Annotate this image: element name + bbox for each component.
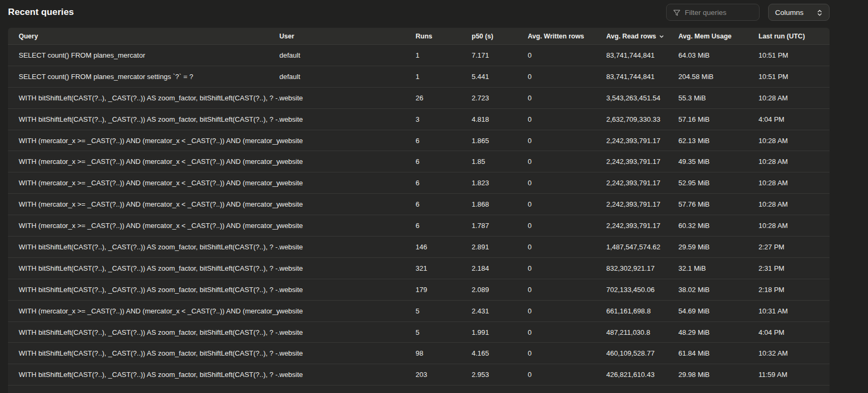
- cell-runs: 98: [416, 349, 472, 357]
- query-row[interactable]: WITH bitShiftLeft(CAST(?..), _CAST(?..))…: [8, 109, 830, 130]
- cell-read: 702,133,450.06: [606, 286, 678, 294]
- cell-mem: 62.13 MiB: [678, 137, 758, 145]
- cell-runs: 5: [416, 328, 472, 336]
- cell-written: 0: [528, 115, 606, 123]
- cell-read: 2,242,393,791.17: [606, 179, 678, 187]
- query-row[interactable]: WITH bitShiftLeft(CAST(?..), _CAST(?..))…: [8, 279, 830, 301]
- cell-read: 426,821,610.43: [606, 371, 678, 379]
- query-row[interactable]: WITH (mercator_x >= _CAST(?..)) AND (mer…: [8, 172, 830, 194]
- cell-mem: 204.58 MiB: [678, 73, 758, 81]
- cell-mem: 57.76 MiB: [678, 200, 758, 208]
- column-header-runs[interactable]: Runs: [416, 33, 472, 40]
- cell-runs: 6: [416, 137, 472, 145]
- cell-last_run: 4:04 PM: [758, 115, 830, 123]
- cell-query: SELECT count() FROM planes_mercator sett…: [8, 73, 279, 81]
- query-row[interactable]: WITH bitShiftLeft(CAST(?..), _CAST(?..))…: [8, 258, 830, 279]
- cell-mem: 29.98 MiB: [678, 371, 758, 379]
- column-header-label: Avg. Read rows: [606, 33, 656, 40]
- query-row[interactable]: WITH bitShiftLeft(CAST(?..), _CAST(?..))…: [8, 364, 830, 386]
- column-header-mem[interactable]: Avg. Mem Usage: [678, 33, 758, 40]
- column-header-label: User: [279, 33, 294, 40]
- query-row[interactable]: WITH (mercator_x >= _CAST(?..)) AND (mer…: [8, 130, 830, 152]
- cell-last_run: 10:28 AM: [758, 137, 830, 145]
- columns-select[interactable]: Columns: [768, 4, 830, 21]
- table-row-partial: [8, 386, 830, 393]
- query-row[interactable]: WITH bitShiftLeft(CAST(?..), _CAST(?..))…: [8, 322, 830, 343]
- cell-mem: 55.3 MiB: [678, 94, 758, 102]
- cell-read: 2,632,709,330.33: [606, 115, 678, 123]
- column-header-last_run[interactable]: Last run (UTC): [758, 33, 830, 40]
- cell-p50: 2.891: [472, 243, 528, 251]
- query-row[interactable]: WITH (mercator_x >= _CAST(?..)) AND (mer…: [8, 151, 830, 172]
- cell-last_run: 10:28 AM: [758, 222, 830, 230]
- cell-mem: 52.95 MiB: [678, 179, 758, 187]
- cell-mem: 64.03 MiB: [678, 51, 758, 59]
- cell-p50: 1.868: [472, 200, 528, 208]
- cell-last_run: 10:32 AM: [758, 349, 830, 357]
- filter-queries-input[interactable]: Filter queries: [666, 4, 760, 21]
- table-header-row: QueryUserRunsp50 (s)Avg. Written rowsAvg…: [8, 28, 830, 45]
- query-row[interactable]: SELECT count() FROM planes_mercator sett…: [8, 66, 830, 88]
- cell-last_run: 2:27 PM: [758, 243, 830, 251]
- cell-user: website: [279, 158, 416, 166]
- cell-written: 0: [528, 94, 606, 102]
- cell-user: website: [279, 94, 416, 102]
- page-header: Recent queries Filter queries Columns: [0, 0, 868, 25]
- cell-query: WITH (mercator_x >= _CAST(?..)) AND (mer…: [8, 200, 279, 208]
- cell-user: website: [279, 328, 416, 336]
- cell-written: 0: [528, 307, 606, 315]
- cell-last_run: 10:28 AM: [758, 179, 830, 187]
- cell-runs: 6: [416, 158, 472, 166]
- cell-query: WITH bitShiftLeft(CAST(?..), _CAST(?..))…: [8, 264, 279, 272]
- cell-mem: 29.59 MiB: [678, 243, 758, 251]
- query-row[interactable]: WITH (mercator_x >= _CAST(?..)) AND (mer…: [8, 215, 830, 237]
- cell-query: WITH (mercator_x >= _CAST(?..)) AND (mer…: [8, 179, 279, 187]
- cell-p50: 1.787: [472, 222, 528, 230]
- cell-runs: 5: [416, 307, 472, 315]
- cell-query: WITH bitShiftLeft(CAST(?..), _CAST(?..))…: [8, 328, 279, 336]
- cell-written: 0: [528, 200, 606, 208]
- cell-query: WITH (mercator_x >= _CAST(?..)) AND (mer…: [8, 158, 279, 166]
- cell-mem: 61.84 MiB: [678, 349, 758, 357]
- cell-last_run: 2:18 PM: [758, 286, 830, 294]
- page-title: Recent queries: [8, 7, 74, 18]
- query-row[interactable]: WITH bitShiftLeft(CAST(?..), _CAST(?..))…: [8, 343, 830, 364]
- cell-p50: 5.441: [472, 73, 528, 81]
- cell-read: 2,242,393,791.17: [606, 200, 678, 208]
- cell-read: 2,242,393,791.17: [606, 158, 678, 166]
- column-header-label: Avg. Written rows: [528, 33, 584, 40]
- cell-runs: 321: [416, 264, 472, 272]
- cell-read: 832,302,921.17: [606, 264, 678, 272]
- cell-last_run: 10:28 AM: [758, 200, 830, 208]
- query-row[interactable]: WITH (mercator_x >= _CAST(?..)) AND (mer…: [8, 301, 830, 322]
- column-header-query[interactable]: Query: [8, 33, 279, 40]
- cell-mem: 32.1 MiB: [678, 264, 758, 272]
- cell-p50: 4.165: [472, 349, 528, 357]
- cell-query: WITH bitShiftLeft(CAST(?..), _CAST(?..))…: [8, 371, 279, 379]
- column-header-read[interactable]: Avg. Read rows: [606, 33, 678, 40]
- column-header-user[interactable]: User: [279, 33, 416, 40]
- cell-user: website: [279, 179, 416, 187]
- cell-read: 3,543,263,451.54: [606, 94, 678, 102]
- cell-runs: 179: [416, 286, 472, 294]
- cell-query: WITH bitShiftLeft(CAST(?..), _CAST(?..))…: [8, 115, 279, 123]
- cell-p50: 7.171: [472, 51, 528, 59]
- column-header-p50[interactable]: p50 (s): [472, 33, 528, 40]
- cell-runs: 1: [416, 73, 472, 81]
- cell-p50: 2.089: [472, 286, 528, 294]
- cell-mem: 60.32 MiB: [678, 222, 758, 230]
- cell-read: 83,741,744,841: [606, 51, 678, 59]
- unfold-chevrons-icon: [817, 9, 823, 17]
- cell-user: website: [279, 222, 416, 230]
- cell-query: WITH bitShiftLeft(CAST(?..), _CAST(?..))…: [8, 349, 279, 357]
- cell-read: 2,242,393,791.17: [606, 222, 678, 230]
- query-row[interactable]: WITH bitShiftLeft(CAST(?..), _CAST(?..))…: [8, 88, 830, 109]
- query-row[interactable]: SELECT count() FROM planes_mercatordefau…: [8, 45, 830, 66]
- query-row[interactable]: WITH (mercator_x >= _CAST(?..)) AND (mer…: [8, 194, 830, 215]
- column-header-label: Query: [19, 33, 38, 40]
- query-row[interactable]: WITH bitShiftLeft(CAST(?..), _CAST(?..))…: [8, 237, 830, 258]
- cell-last_run: 10:31 AM: [758, 307, 830, 315]
- cell-last_run: 10:51 PM: [758, 73, 830, 81]
- column-header-written[interactable]: Avg. Written rows: [528, 33, 606, 40]
- cell-mem: 54.69 MiB: [678, 307, 758, 315]
